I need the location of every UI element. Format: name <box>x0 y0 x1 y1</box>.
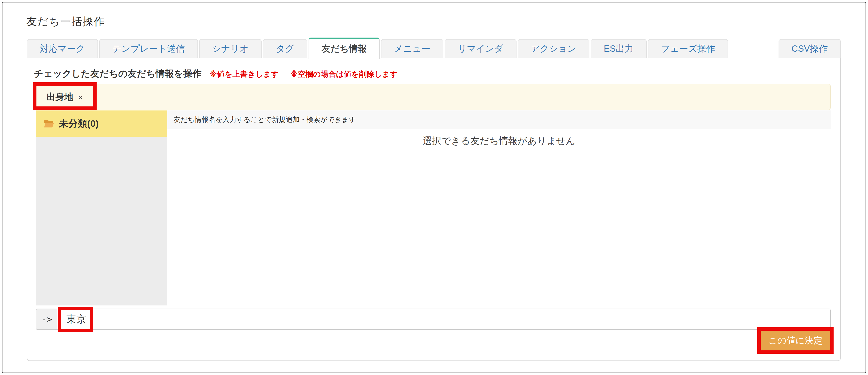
tab-scenario[interactable]: シナリオ <box>199 39 262 58</box>
empty-state-message: 選択できる友だち情報がありません <box>167 135 831 147</box>
value-arrow-prefix: -> <box>36 309 58 330</box>
value-input[interactable]: 東京 <box>57 309 831 330</box>
tab-csv-operation[interactable]: CSV操作 <box>779 39 841 58</box>
tab-menu[interactable]: メニュー <box>381 39 443 58</box>
page-title: 友だち一括操作 <box>26 14 105 29</box>
folder-item-uncategorized[interactable]: 未分類(0) <box>36 111 167 137</box>
tab-tag[interactable]: タグ <box>263 39 307 58</box>
open-folder-icon <box>44 119 54 128</box>
section-heading-row: チェックした友だちの友だち情報を操作 ※値を上書きします ※空欄の場合は値を削除… <box>34 67 398 80</box>
tab-action[interactable]: アクション <box>518 39 590 58</box>
friend-field-search-input[interactable]: 友だち情報名を入力することで新規追加・検索ができます <box>167 111 831 129</box>
selected-tag-label: 出身地 <box>46 91 73 103</box>
warning-overwrite-note: ※値を上書きします <box>210 69 279 80</box>
tab-friend-info[interactable]: 友だち情報 <box>309 37 380 59</box>
folder-item-label: 未分類(0) <box>59 117 99 130</box>
remove-tag-icon[interactable]: × <box>78 93 83 102</box>
warning-empty-note: ※空欄の場合は値を削除します <box>290 69 398 80</box>
folder-sidebar: 未分類(0) <box>36 111 167 306</box>
section-heading: チェックした友だちの友だち情報を操作 <box>34 67 202 80</box>
tab-es-output[interactable]: ES出力 <box>591 39 646 58</box>
tab-response-mark[interactable]: 対応マーク <box>27 39 98 58</box>
tab-template-send[interactable]: テンプレート送信 <box>99 39 198 58</box>
decide-value-button[interactable]: この値に決定 <box>761 331 830 350</box>
tab-phase-operation[interactable]: フェーズ操作 <box>648 39 728 58</box>
selected-tag-bar[interactable]: 出身地 × <box>36 84 831 110</box>
tab-reminder[interactable]: リマインダ <box>445 39 517 58</box>
friend-field-search-hint: 友だち情報名を入力することで新規追加・検索ができます <box>174 115 356 124</box>
tab-bar: 対応マーク テンプレート送信 シナリオ タグ 友だち情報 メニュー リマインダ … <box>27 39 841 58</box>
